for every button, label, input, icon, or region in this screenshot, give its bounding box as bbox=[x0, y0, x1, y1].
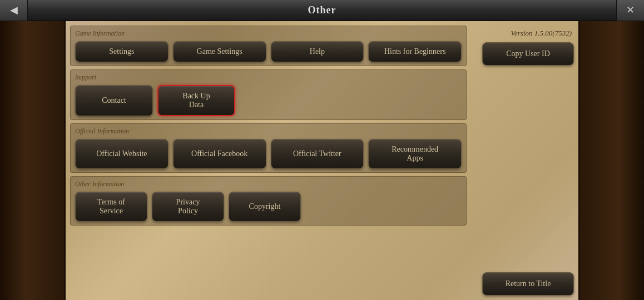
version-text: Version 1.5.00(7532) bbox=[511, 28, 574, 38]
official-facebook-button[interactable]: Official Facebook bbox=[173, 139, 266, 169]
content-area: Game Information Settings Game Settings … bbox=[66, 21, 578, 300]
official-twitter-button[interactable]: Official Twitter bbox=[271, 139, 364, 169]
support-section: Support Contact Back UpData bbox=[70, 69, 467, 120]
copyright-button[interactable]: Copyright bbox=[229, 192, 301, 222]
copy-user-id-button[interactable]: Copy User ID bbox=[482, 42, 574, 66]
support-buttons: Contact Back UpData bbox=[75, 85, 462, 116]
game-settings-button[interactable]: Game Settings bbox=[173, 41, 266, 62]
settings-button[interactable]: Settings bbox=[75, 41, 169, 62]
other-info-title: Other Information bbox=[75, 180, 462, 188]
back-button[interactable]: ◀ bbox=[0, 0, 28, 21]
recommended-apps-button[interactable]: RecommendedApps bbox=[368, 139, 462, 169]
main-container: Game Information Settings Game Settings … bbox=[0, 21, 644, 300]
official-section: Official Information Official Website Of… bbox=[70, 123, 467, 173]
hints-button[interactable]: Hints for Beginners bbox=[368, 41, 462, 62]
privacy-button[interactable]: PrivacyPolicy bbox=[152, 192, 224, 222]
right-panel: Version 1.5.00(7532) Copy User ID Return… bbox=[471, 26, 574, 296]
support-title: Support bbox=[75, 73, 462, 82]
game-info-title: Game Information bbox=[75, 29, 462, 38]
return-to-title-button[interactable]: Return to Title bbox=[482, 272, 574, 296]
right-decorative-panel bbox=[578, 21, 644, 300]
official-buttons: Official Website Official Facebook Offic… bbox=[75, 139, 462, 169]
close-button[interactable]: ✕ bbox=[616, 0, 644, 21]
left-decorative-panel bbox=[0, 21, 66, 300]
official-website-button[interactable]: Official Website bbox=[75, 139, 169, 169]
help-button[interactable]: Help bbox=[271, 41, 364, 62]
contact-button[interactable]: Contact bbox=[75, 85, 153, 116]
other-info-section: Other Information Terms ofService Privac… bbox=[70, 176, 467, 226]
other-info-buttons: Terms ofService PrivacyPolicy Copyright bbox=[75, 192, 462, 222]
backup-data-button[interactable]: Back UpData bbox=[157, 85, 235, 116]
window-title: Other bbox=[28, 4, 616, 16]
terms-button[interactable]: Terms ofService bbox=[75, 192, 147, 222]
game-info-section: Game Information Settings Game Settings … bbox=[70, 26, 467, 66]
game-info-buttons: Settings Game Settings Help Hints for Be… bbox=[75, 41, 462, 62]
left-panel: Game Information Settings Game Settings … bbox=[70, 26, 467, 296]
official-title: Official Information bbox=[75, 127, 462, 136]
title-bar: ◀ Other ✕ bbox=[0, 0, 644, 21]
